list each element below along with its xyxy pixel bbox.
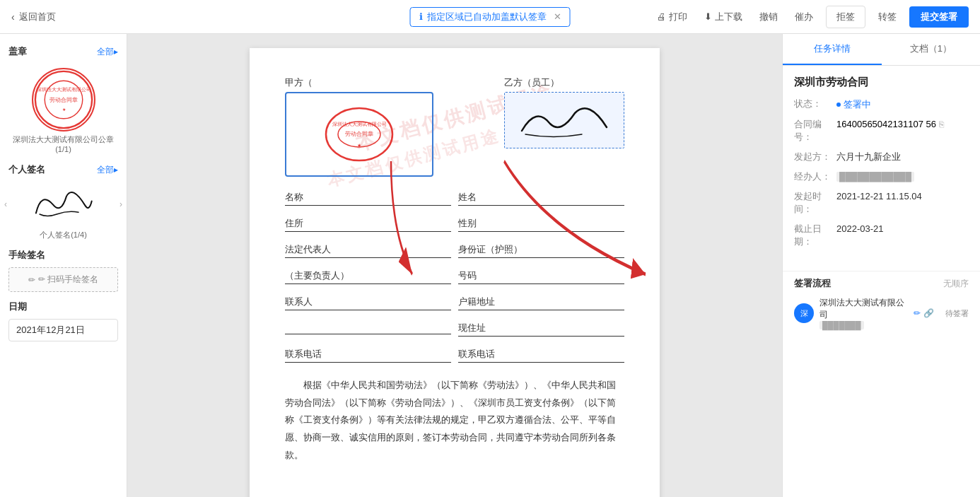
- sig-display: [11, 183, 115, 226]
- pencil-icon: ✏: [28, 275, 35, 285]
- svg-text:深圳法大大测试有限公司: 深圳法大大测试有限公司: [36, 87, 91, 92]
- task-info: 深圳市劳动合同 状态： 签署中 合同编号： 16400565042131107 …: [783, 66, 980, 265]
- notification-text: 指定区域已自动加盖默认签章: [427, 11, 547, 23]
- status-label: 状态：: [794, 98, 836, 110]
- flow-edit-icon[interactable]: ✏: [914, 308, 921, 318]
- sig-prev-arrow[interactable]: ‹: [0, 183, 11, 226]
- company-seal-item[interactable]: 深圳法大大测试有限公司 劳动合同章 ★ 深圳法大大测试有限公司公章(1/1): [0, 62, 127, 159]
- party-b-label: 乙方（员工）: [504, 76, 559, 89]
- date-title: 日期: [8, 300, 118, 313]
- svg-text:劳动合同章: 劳动合同章: [49, 97, 78, 103]
- flow-status-0: 待签署: [945, 308, 969, 319]
- handler-label: 经办人：: [794, 170, 836, 183]
- tab-document[interactable]: 文档（1）: [882, 34, 981, 65]
- submit-label: 提交签署: [921, 11, 957, 22]
- form-row-4: （主要负责人） 号码: [285, 269, 624, 284]
- notification-close[interactable]: ✕: [554, 11, 561, 22]
- form-field-phone-b: 联系电话: [458, 348, 624, 363]
- personal-sig-header: 个人签名 全部▸: [0, 159, 127, 180]
- flow-icons: ✏ 🔗: [914, 308, 934, 318]
- transfer-button[interactable]: 转签: [874, 8, 901, 26]
- handwrite-btn[interactable]: ✏ ✏ 扫码手绘签名: [8, 267, 118, 292]
- info-icon: ℹ: [419, 11, 423, 22]
- form-field-current-addr: 现住址: [458, 322, 624, 337]
- form-field-phone-a: 联系电话: [285, 348, 451, 363]
- form-field-family-name: 姓名: [458, 191, 624, 206]
- flow-name-0: 深圳法大大测试有限公司: [819, 297, 908, 321]
- handwrite-section: 手绘签名 ✏ ✏ 扫码手绘签名: [0, 245, 127, 296]
- back-button[interactable]: ‹ 返回首页: [11, 11, 56, 23]
- issuer-label: 发起方：: [794, 151, 836, 163]
- sign-flow: 签署流程 无顺序 深 深圳法大大测试有限公司 ███████ ✏ �: [783, 277, 980, 339]
- revoke-label: 撤销: [759, 11, 778, 23]
- deadline-value: 2022-03-21: [836, 223, 969, 234]
- svg-text:深圳法大大测试有限公司: 深圳法大大测试有限公司: [332, 122, 387, 127]
- left-panel: 盖章 全部▸ 深圳法大大测试有限公司 劳动合同章 ★ 深圳法大大测试有限公司公章…: [0, 34, 127, 497]
- form-field-empty: [285, 322, 451, 337]
- start-time-label: 发起时间：: [794, 190, 836, 216]
- sign-flow-header: 签署流程 无顺序: [794, 277, 969, 290]
- form-field-huji: 户籍地址: [458, 296, 624, 310]
- toolbar-actions: 🖨 打印 ⬇ 上下载 撤销 催办 拒签 转签 提交签署: [653, 6, 969, 28]
- company-seal-label: 深圳法大大测试有限公司公章(1/1): [8, 134, 118, 153]
- no-flow-label: 无顺序: [943, 278, 969, 290]
- party-b-sig-svg: [511, 95, 617, 145]
- download-button[interactable]: ⬇ 上下载: [700, 8, 747, 26]
- company-seal-circle: 深圳法大大测试有限公司 劳动合同章 ★: [32, 68, 95, 131]
- status-row: 状态： 签署中: [794, 98, 969, 111]
- form-section: 名称 姓名 住所 性别 法定代表人: [285, 191, 624, 363]
- task-title: 深圳市劳动合同: [794, 76, 969, 89]
- tab-task-detail[interactable]: 任务详情: [783, 34, 882, 65]
- print-button[interactable]: 🖨 打印: [653, 8, 692, 26]
- party-a-label: 甲方（: [285, 76, 313, 89]
- flow-name-masked: ███████: [819, 321, 864, 329]
- form-field-id-number: 号码: [458, 269, 624, 284]
- seal-svg: 深圳法大大测试有限公司 劳动合同章 ★: [33, 68, 94, 131]
- reject-button[interactable]: 拒签: [826, 6, 865, 28]
- print-label: 打印: [669, 11, 687, 23]
- flow-name-area: 深圳法大大测试有限公司 ███████: [819, 297, 908, 329]
- handwrite-title: 手绘签名: [8, 249, 118, 262]
- date-section: 日期 2021年12月21日: [0, 296, 127, 346]
- handler-value: ████████████: [836, 172, 914, 182]
- svg-text:★: ★: [357, 143, 361, 148]
- seal-all-link[interactable]: 全部▸: [97, 46, 118, 58]
- download-label: 上下载: [715, 11, 742, 23]
- flow-item-0: 深 深圳法大大测试有限公司 ███████ ✏ 🔗 待签署: [794, 297, 969, 329]
- personal-sig-title: 个人签名: [8, 163, 45, 176]
- sig-sub-label: 个人签名(1/4): [0, 228, 127, 245]
- submit-button[interactable]: 提交签署: [909, 6, 969, 28]
- form-field-name: 名称: [285, 191, 451, 206]
- deadline-row: 截止日期： 2022-03-21: [794, 223, 969, 248]
- sig-next-arrow[interactable]: ›: [115, 183, 127, 226]
- deadline-label: 截止日期：: [794, 223, 836, 248]
- flow-avatar-0: 深: [794, 303, 814, 323]
- party-a-seal-svg: 深圳法大大测试有限公司 劳动合同章 ★: [324, 106, 395, 163]
- revoke-button[interactable]: 撤销: [755, 8, 782, 26]
- form-field-gender: 性别: [458, 217, 624, 232]
- signature-svg: [26, 179, 100, 224]
- status-value: 签署中: [844, 98, 871, 111]
- party-b-sig-box[interactable]: [504, 92, 624, 148]
- divider-1: [783, 271, 980, 271]
- issuer-row: 发起方： 六月十九新企业: [794, 151, 969, 163]
- handler-row: 经办人： ████████████: [794, 170, 969, 183]
- sig-carousel: ‹ ›: [0, 180, 127, 228]
- date-box[interactable]: 2021年12月21日: [8, 319, 118, 341]
- sign-flow-title: 签署流程: [794, 277, 831, 290]
- status-badge: 签署中: [836, 98, 871, 111]
- copy-icon[interactable]: ⎘: [939, 119, 944, 129]
- personal-sig-all[interactable]: 全部▸: [97, 164, 118, 176]
- flow-sub-row: ███████: [819, 321, 908, 329]
- doc-area: 本文档仅供测试用途 本文档仅供测试用途 甲方（: [127, 34, 782, 497]
- flow-link-icon[interactable]: 🔗: [923, 308, 934, 318]
- status-dot: [836, 103, 841, 107]
- print-icon: 🖨: [657, 11, 666, 22]
- download-icon: ⬇: [704, 11, 712, 22]
- contract-no-label: 合同编号：: [794, 118, 836, 144]
- form-row-1: 名称 姓名: [285, 191, 624, 206]
- party-b-col: 乙方（员工）: [504, 76, 624, 177]
- remind-button[interactable]: 催办: [791, 8, 817, 26]
- reject-label: 拒签: [836, 11, 855, 22]
- party-a-seal-box[interactable]: 深圳法大大测试有限公司 劳动合同章 ★: [285, 92, 433, 177]
